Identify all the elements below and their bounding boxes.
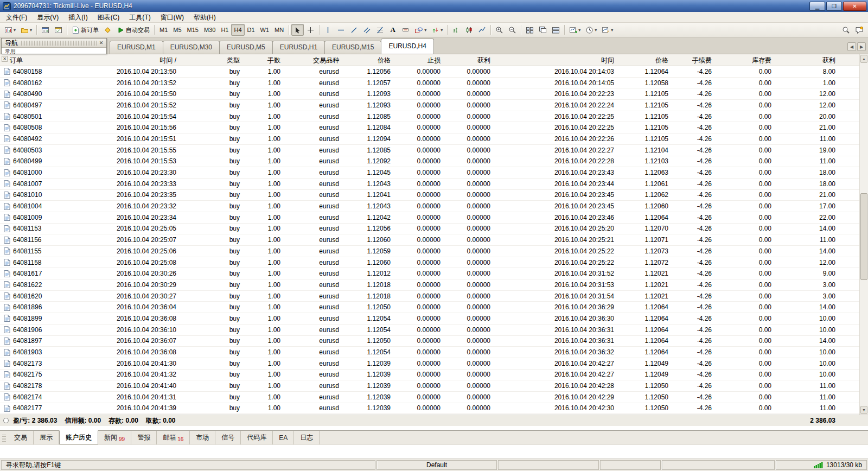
indicators-button[interactable]: ▾ <box>567 24 583 36</box>
navigator-panel-button[interactable] <box>52 24 65 36</box>
table-row[interactable]: 640804922016.10.04 20:15:51buy1.00eurusd… <box>0 133 868 145</box>
table-row[interactable]: 640818962016.10.04 20:36:04buy1.00eurusd… <box>0 302 868 313</box>
tab-strip-grip[interactable] <box>2 434 6 442</box>
bottom-tab-新闻[interactable]: 新闻99 <box>98 431 131 444</box>
table-row[interactable]: 640819032016.10.04 20:36:08buy1.00eurusd… <box>0 347 868 358</box>
periods-button[interactable]: ▾ <box>583 24 599 36</box>
scrollbar-track[interactable] <box>860 63 868 405</box>
table-row[interactable]: 640821772016.10.04 20:41:39buy1.00eurusd… <box>0 403 868 415</box>
search-button[interactable] <box>840 24 852 36</box>
table-row[interactable]: 640810002016.10.04 20:23:30buy1.00eurusd… <box>0 167 868 179</box>
table-row[interactable]: 640801622016.10.04 20:13:52buy1.00eurusd… <box>0 78 868 89</box>
text-button[interactable]: A <box>387 24 399 36</box>
table-row[interactable]: 640810102016.10.04 20:23:35buy1.00eurusd… <box>0 190 868 201</box>
cursor-button[interactable] <box>291 24 304 36</box>
history-panel-close-icon[interactable]: ✕ <box>2 56 8 62</box>
table-row[interactable]: 640805082016.10.04 20:15:56buy1.00eurusd… <box>0 122 868 133</box>
table-row[interactable]: 640805032016.10.04 20:15:55buy1.00eurusd… <box>0 145 868 156</box>
table-row[interactable]: 640819062016.10.04 20:36:10buy1.00eurusd… <box>0 324 868 336</box>
table-row[interactable]: 640811552016.10.04 20:25:06buy1.00eurusd… <box>0 246 868 257</box>
table-row[interactable]: 640816222016.10.04 20:30:29buy1.00eurusd… <box>0 279 868 291</box>
menu-item[interactable]: 窗口(W) <box>156 12 189 22</box>
bottom-tab-警报[interactable]: 警报 <box>131 431 157 444</box>
status-connection[interactable]: 13013/30 kb <box>776 460 867 470</box>
horizontal-line-button[interactable] <box>335 24 347 36</box>
timeframe-m15-button[interactable]: M15 <box>184 24 201 36</box>
shapes-button[interactable]: ▾ <box>412 24 429 36</box>
table-row[interactable]: 640801582016.10.04 20:13:50buy1.00eurusd… <box>0 66 868 78</box>
timeframe-h4-button[interactable]: H4 <box>231 24 244 36</box>
chart-line-button[interactable] <box>476 24 488 36</box>
table-row[interactable]: 640818972016.10.04 20:36:07buy1.00eurusd… <box>0 336 868 347</box>
bottom-tab-EA[interactable]: EA <box>273 431 294 444</box>
column-header[interactable]: 订单 <box>0 54 81 66</box>
chat-button[interactable] <box>853 24 866 36</box>
new-order-button[interactable]: 新订单 <box>69 24 101 36</box>
timeframe-m1-button[interactable]: M1 <box>157 24 170 36</box>
zoom-in-button[interactable] <box>493 24 506 36</box>
column-header[interactable]: 价格 <box>618 54 673 66</box>
column-header[interactable]: 价格 <box>343 54 395 66</box>
arrange-windows-button[interactable] <box>550 24 562 36</box>
menu-item[interactable]: 显示(V) <box>32 12 63 22</box>
metaeditor-button[interactable] <box>101 24 114 36</box>
scroll-up-icon[interactable]: ▲ <box>860 55 867 63</box>
chart-candlesticks-button[interactable] <box>463 24 475 36</box>
timeframe-m5-button[interactable]: M5 <box>170 24 184 36</box>
table-row[interactable]: 640821782016.10.04 20:41:40buy1.00eurusd… <box>0 380 868 392</box>
vertical-line-button[interactable] <box>322 24 334 36</box>
timeframe-d1-button[interactable]: D1 <box>245 24 258 36</box>
table-row[interactable]: 640804902016.10.04 20:15:50buy1.00eurusd… <box>0 88 868 100</box>
chart-tab[interactable]: EURUSD,H4 <box>381 39 433 54</box>
chart-tab[interactable]: EURUSD,H1 <box>272 41 325 54</box>
table-row[interactable]: 640821742016.10.04 20:41:31buy1.00eurusd… <box>0 392 868 403</box>
timeframe-m30-button[interactable]: M30 <box>201 24 218 36</box>
menu-item[interactable]: 工具(T) <box>124 12 155 22</box>
scrollbar-thumb[interactable] <box>860 193 867 280</box>
bottom-tab-信号[interactable]: 信号 <box>215 431 241 444</box>
zoom-out-button[interactable] <box>506 24 519 36</box>
profiles-button[interactable]: ▾ <box>18 24 34 36</box>
table-row[interactable]: 640810092016.10.04 20:23:34buy1.00eurusd… <box>0 212 868 224</box>
bottom-tab-代码库[interactable]: 代码库 <box>241 431 273 444</box>
column-header[interactable]: 获利 <box>776 54 859 66</box>
table-row[interactable]: 640821752016.10.04 20:41:32buy1.00eurusd… <box>0 370 868 381</box>
table-row[interactable]: 640804972016.10.04 20:15:52buy1.00eurusd… <box>0 100 868 111</box>
chart-bars-button[interactable] <box>450 24 462 36</box>
crosshair-button[interactable] <box>304 24 317 36</box>
bottom-tab-邮箱[interactable]: 邮箱16 <box>157 431 190 444</box>
autotrading-button[interactable]: 自动交易 <box>114 24 152 36</box>
column-header[interactable]: 手数 <box>244 54 285 66</box>
minimize-button[interactable]: ▁ <box>809 2 825 11</box>
chart-tab[interactable]: EURUSD,M15 <box>324 41 381 54</box>
arrows-button[interactable]: ▾ <box>429 24 445 36</box>
table-row[interactable]: 640816172016.10.04 20:30:26buy1.00eurusd… <box>0 268 868 279</box>
column-header[interactable]: 库存费 <box>716 54 776 66</box>
column-header[interactable]: 交易品种 <box>285 54 343 66</box>
table-row[interactable]: 640804992016.10.04 20:15:53buy1.00eurusd… <box>0 156 868 168</box>
cascade-windows-button[interactable] <box>537 24 549 36</box>
tile-windows-button[interactable] <box>524 24 536 36</box>
chart-tab[interactable]: EURUSD,M1 <box>110 41 163 54</box>
bottom-tab-日志[interactable]: 日志 <box>294 431 320 444</box>
status-profile[interactable]: Default <box>376 460 497 470</box>
fibonacci-button[interactable] <box>374 24 386 36</box>
bottom-tab-交易[interactable]: 交易 <box>8 431 34 444</box>
timeframe-mn-button[interactable]: MN <box>272 24 286 36</box>
table-row[interactable]: 640810072016.10.04 20:23:33buy1.00eurusd… <box>0 179 868 190</box>
restore-button[interactable]: ❐ <box>826 2 842 11</box>
table-row[interactable]: 640811532016.10.04 20:25:05buy1.00eurusd… <box>0 224 868 235</box>
chart-tab[interactable]: EURUSD,M5 <box>219 41 273 54</box>
menu-item[interactable]: 插入(I) <box>63 12 92 22</box>
menu-item[interactable]: 帮助(H) <box>189 12 221 22</box>
templates-button[interactable]: ▾ <box>599 24 615 36</box>
channel-button[interactable] <box>361 24 373 36</box>
column-header[interactable]: 获利 <box>445 54 495 66</box>
navigator-header[interactable]: 导航 ✕ <box>2 39 106 48</box>
close-button[interactable]: ✕ <box>843 2 866 11</box>
label-button[interactable] <box>399 24 412 36</box>
trendline-button[interactable] <box>348 24 360 36</box>
table-row[interactable]: 640818992016.10.04 20:36:08buy1.00eurusd… <box>0 313 868 324</box>
navigator-close-icon[interactable]: ✕ <box>98 40 105 47</box>
table-row[interactable]: 640805012016.10.04 20:15:54buy1.00eurusd… <box>0 111 868 123</box>
